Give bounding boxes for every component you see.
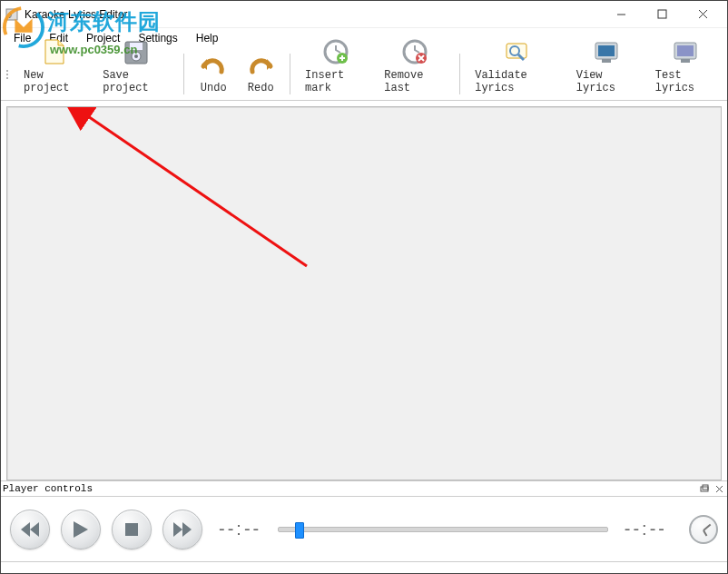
svg-rect-30: [125, 523, 138, 536]
time-total: --:--: [625, 519, 667, 539]
svg-rect-24: [681, 59, 690, 63]
window-title: Karaoke Lyrics Editor: [25, 8, 128, 21]
validate-icon: [503, 38, 530, 65]
panel-float-button[interactable]: [698, 482, 711, 495]
stop-button[interactable]: [112, 510, 152, 549]
test-lyrics-button[interactable]: Test lyrics: [646, 50, 725, 98]
annotation-arrow: [7, 107, 724, 485]
svg-rect-5: [658, 10, 666, 18]
seek-slider[interactable]: [278, 527, 608, 532]
menu-file[interactable]: File: [5, 30, 40, 46]
new-project-button[interactable]: New project: [15, 50, 93, 98]
seek-thumb[interactable]: [295, 522, 304, 539]
svg-line-25: [85, 114, 307, 266]
save-project-label: Save project: [103, 69, 169, 94]
toolbar-separator: [183, 54, 184, 94]
insert-mark-icon: [322, 38, 349, 65]
view-lyrics-button[interactable]: View lyrics: [567, 50, 646, 98]
test-lyrics-label: Test lyrics: [655, 69, 716, 94]
save-project-button[interactable]: Save project: [93, 50, 178, 98]
svg-text:♪: ♪: [8, 10, 13, 20]
forward-icon: [173, 522, 192, 537]
minimize-button[interactable]: [601, 2, 642, 27]
maximize-button[interactable]: [642, 2, 683, 27]
menu-help[interactable]: Help: [187, 30, 228, 46]
close-button[interactable]: [683, 2, 723, 27]
view-lyrics-label: View lyrics: [576, 69, 637, 94]
player-panel-header: Player controls: [1, 480, 727, 497]
float-icon: [700, 484, 709, 493]
player-panel-title: Player controls: [3, 483, 696, 494]
play-button[interactable]: [61, 510, 101, 549]
minimize-icon: [616, 9, 626, 19]
remove-last-button[interactable]: Remove last: [375, 50, 454, 98]
toolbar-handle[interactable]: [6, 50, 11, 98]
test-lyrics-icon: [672, 40, 699, 65]
app-icon: ♪: [5, 7, 19, 22]
remove-last-label: Remove last: [384, 69, 445, 94]
forward-button[interactable]: [162, 510, 202, 549]
undo-button[interactable]: Undo: [190, 50, 237, 98]
clock-icon[interactable]: [689, 515, 718, 544]
play-icon: [74, 521, 88, 538]
redo-label: Redo: [248, 82, 274, 94]
new-project-icon: [43, 38, 66, 65]
remove-last-icon: [401, 38, 428, 65]
stop-icon: [125, 523, 138, 536]
svg-rect-21: [602, 59, 611, 63]
panel-close-button[interactable]: [713, 482, 725, 495]
new-project-label: New project: [24, 69, 84, 94]
close-icon: [698, 9, 708, 19]
maximize-icon: [657, 9, 667, 19]
window-titlebar: ♪ Karaoke Lyrics Editor: [1, 1, 727, 28]
view-lyrics-icon: [593, 40, 620, 65]
panel-close-icon: [715, 485, 723, 493]
editor-container: [1, 101, 727, 480]
rewind-button[interactable]: [10, 510, 50, 549]
redo-icon: [247, 54, 274, 78]
svg-point-11: [134, 54, 138, 58]
toolbar-separator: [290, 54, 290, 94]
svg-rect-20: [598, 45, 615, 56]
player-controls: --:-- --:--: [1, 497, 727, 562]
undo-label: Undo: [201, 82, 227, 94]
toolbar-separator: [459, 54, 460, 94]
lyrics-editor[interactable]: [6, 106, 722, 480]
insert-mark-label: Insert mark: [305, 69, 366, 94]
redo-button[interactable]: Redo: [237, 50, 284, 98]
svg-rect-9: [130, 43, 143, 50]
save-icon: [123, 40, 149, 65]
svg-rect-23: [677, 45, 694, 56]
time-elapsed: --:--: [219, 519, 261, 539]
validate-lyrics-label: Validate lyrics: [475, 69, 558, 94]
toolbar: New project Save project Undo Redo Inser…: [1, 48, 727, 101]
insert-mark-button[interactable]: Insert mark: [296, 50, 375, 98]
undo-icon: [200, 54, 227, 78]
rewind-icon: [21, 522, 39, 537]
menu-project[interactable]: Project: [77, 30, 129, 46]
validate-lyrics-button[interactable]: Validate lyrics: [466, 50, 567, 98]
